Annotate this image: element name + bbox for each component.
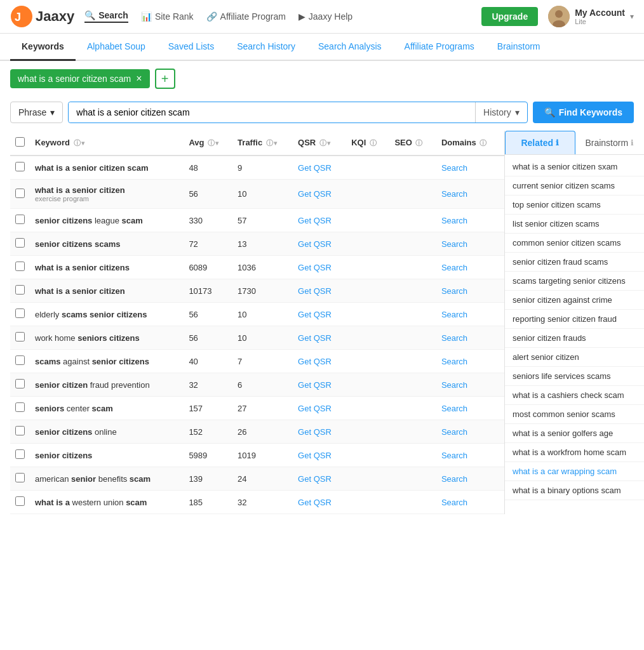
- qsr-cell[interactable]: Get QSR: [293, 350, 346, 373]
- domains-cell[interactable]: Search: [436, 420, 504, 444]
- subnav-tab-saved-lists[interactable]: Saved Lists: [157, 34, 225, 61]
- search-link[interactable]: Search: [441, 286, 467, 296]
- domains-cell[interactable]: Search: [436, 232, 504, 256]
- sort-arrow[interactable]: ▾: [215, 140, 218, 147]
- tab-brainstorm[interactable]: Brainstorm ℹ: [575, 131, 645, 154]
- qsr-cell[interactable]: Get QSR: [293, 491, 346, 514]
- subnav-tab-keywords[interactable]: Keywords: [10, 34, 76, 61]
- nav-site-rank[interactable]: 📊 Site Rank: [141, 11, 194, 22]
- search-link[interactable]: Search: [441, 333, 467, 343]
- row-checkbox[interactable]: [15, 496, 25, 506]
- domains-cell[interactable]: Search: [436, 256, 504, 279]
- sort-arrow[interactable]: ▾: [81, 140, 84, 147]
- qsr-cell[interactable]: Get QSR: [293, 326, 346, 350]
- get-qsr-link[interactable]: Get QSR: [298, 286, 332, 296]
- get-qsr-link[interactable]: Get QSR: [298, 263, 332, 272]
- nav-jaaxy-help[interactable]: ▶ Jaaxy Help: [299, 11, 352, 22]
- related-item[interactable]: what is a cashiers check scam: [505, 386, 644, 405]
- get-qsr-link[interactable]: Get QSR: [298, 333, 332, 343]
- row-checkbox[interactable]: [15, 402, 25, 412]
- domains-cell[interactable]: Search: [436, 180, 504, 209]
- subnav-tab-alphabet-soup[interactable]: Alphabet Soup: [76, 34, 157, 61]
- qsr-cell[interactable]: Get QSR: [293, 156, 346, 180]
- related-item[interactable]: seniors life services scams: [505, 367, 644, 386]
- related-item[interactable]: senior citizen frauds: [505, 329, 644, 348]
- row-checkbox[interactable]: [15, 332, 25, 342]
- qsr-cell[interactable]: Get QSR: [293, 180, 346, 209]
- search-link[interactable]: Search: [441, 263, 467, 272]
- related-item[interactable]: senior citizen fraud scams: [505, 253, 644, 272]
- get-qsr-link[interactable]: Get QSR: [298, 451, 332, 460]
- qsr-cell[interactable]: Get QSR: [293, 420, 346, 444]
- domains-cell[interactable]: Search: [436, 444, 504, 467]
- row-checkbox[interactable]: [15, 449, 25, 459]
- related-item[interactable]: what is a binary options scam: [505, 481, 644, 500]
- search-link[interactable]: Search: [441, 310, 467, 319]
- row-checkbox[interactable]: [15, 379, 25, 388]
- subnav-tab-search-analysis[interactable]: Search Analysis: [307, 34, 393, 61]
- qsr-cell[interactable]: Get QSR: [293, 303, 346, 326]
- get-qsr-link[interactable]: Get QSR: [298, 357, 332, 366]
- related-item[interactable]: reporting senior citizen fraud: [505, 310, 644, 329]
- sort-arrow[interactable]: ▾: [327, 140, 330, 147]
- related-item[interactable]: scams targeting senior citizens: [505, 272, 644, 291]
- domains-cell[interactable]: Search: [436, 491, 504, 514]
- get-qsr-link[interactable]: Get QSR: [298, 474, 332, 484]
- search-link[interactable]: Search: [441, 163, 467, 173]
- related-item[interactable]: current senior citizen scams: [505, 176, 644, 196]
- search-link[interactable]: Search: [441, 451, 467, 460]
- related-item[interactable]: what is a senior citizen sxam: [505, 157, 644, 176]
- get-qsr-link[interactable]: Get QSR: [298, 380, 332, 390]
- search-link[interactable]: Search: [441, 357, 467, 366]
- get-qsr-link[interactable]: Get QSR: [298, 427, 332, 437]
- history-dropdown[interactable]: History ▾: [475, 102, 527, 123]
- search-link[interactable]: Search: [441, 216, 467, 225]
- find-keywords-button[interactable]: 🔍 Find Keywords: [533, 102, 634, 123]
- row-checkbox[interactable]: [15, 308, 25, 318]
- phrase-dropdown[interactable]: Phrase ▾: [10, 102, 63, 123]
- domains-cell[interactable]: Search: [436, 303, 504, 326]
- related-item[interactable]: what is a workfrom home scam: [505, 443, 644, 462]
- get-qsr-link[interactable]: Get QSR: [298, 163, 332, 173]
- qsr-cell[interactable]: Get QSR: [293, 444, 346, 467]
- get-qsr-link[interactable]: Get QSR: [298, 404, 332, 413]
- row-checkbox[interactable]: [15, 162, 25, 171]
- search-link[interactable]: Search: [441, 474, 467, 484]
- qsr-cell[interactable]: Get QSR: [293, 397, 346, 420]
- row-checkbox[interactable]: [15, 285, 25, 295]
- close-tag-button[interactable]: ×: [136, 73, 142, 84]
- domains-cell[interactable]: Search: [436, 467, 504, 491]
- qsr-cell[interactable]: Get QSR: [293, 467, 346, 491]
- search-link[interactable]: Search: [441, 189, 467, 199]
- search-link[interactable]: Search: [441, 427, 467, 437]
- tab-related[interactable]: Related ℹ: [505, 131, 575, 154]
- get-qsr-link[interactable]: Get QSR: [298, 189, 332, 199]
- domains-cell[interactable]: Search: [436, 209, 504, 232]
- domains-cell[interactable]: Search: [436, 326, 504, 350]
- add-tag-button[interactable]: +: [155, 69, 175, 89]
- row-checkbox[interactable]: [15, 426, 25, 435]
- search-input[interactable]: [69, 102, 475, 123]
- domains-cell[interactable]: Search: [436, 279, 504, 303]
- sort-arrow[interactable]: ▾: [274, 140, 277, 147]
- qsr-cell[interactable]: Get QSR: [293, 209, 346, 232]
- domains-cell[interactable]: Search: [436, 156, 504, 180]
- row-checkbox[interactable]: [15, 189, 25, 198]
- domains-cell[interactable]: Search: [436, 350, 504, 373]
- domains-cell[interactable]: Search: [436, 373, 504, 397]
- row-checkbox[interactable]: [15, 473, 25, 482]
- subnav-tab-affiliate-programs[interactable]: Affiliate Programs: [393, 34, 486, 61]
- row-checkbox[interactable]: [15, 262, 25, 271]
- upgrade-button[interactable]: Upgrade: [481, 7, 538, 26]
- related-item[interactable]: what is a car wrapping scam: [505, 462, 644, 481]
- related-item[interactable]: top senior citizen scams: [505, 196, 644, 215]
- qsr-cell[interactable]: Get QSR: [293, 279, 346, 303]
- row-checkbox[interactable]: [15, 215, 25, 224]
- related-item[interactable]: what is a senior golfers age: [505, 424, 644, 443]
- domains-cell[interactable]: Search: [436, 397, 504, 420]
- qsr-cell[interactable]: Get QSR: [293, 256, 346, 279]
- nav-search[interactable]: 🔍 Search: [84, 10, 128, 23]
- get-qsr-link[interactable]: Get QSR: [298, 216, 332, 225]
- subnav-tab-search-history[interactable]: Search History: [225, 34, 307, 61]
- subnav-tab-brainstorm[interactable]: Brainstorm: [486, 34, 552, 61]
